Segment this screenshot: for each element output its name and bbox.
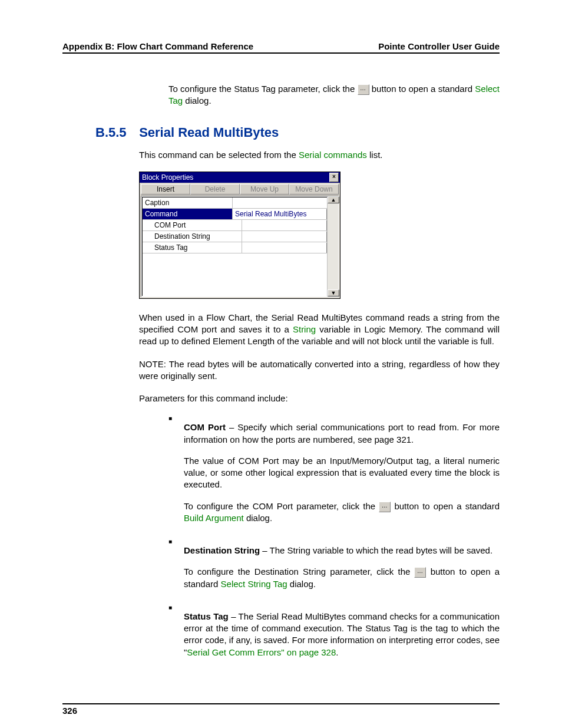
ellipsis-icon: … [379,502,391,512]
param-destination: ■ Destination String – The String variab… [168,536,500,599]
move-up-button[interactable]: Move Up [240,184,289,195]
bullet-icon: ■ [168,413,184,533]
header-left: Appendix B: Flow Chart Command Reference [62,41,253,51]
dialog-toolbar: Insert Delete Move Up Move Down [140,183,340,196]
section-title: Serial Read MultiBytes [139,125,279,140]
serial-get-comm-errors-link[interactable]: Serial Get Comm Errors" on page 328 [187,647,336,657]
select-string-tag-link[interactable]: Select String Tag [221,579,287,589]
intro-paragraph: To configure the Status Tag parameter, c… [168,83,500,107]
section-number: B.5.5 [95,125,135,140]
build-argument-link[interactable]: Build Argument [184,513,244,523]
page-footer: 326 [62,703,500,716]
row-destination[interactable]: Destination String … [143,231,338,242]
dialog-titlebar: Block Properties × [140,172,340,183]
bullet-icon: ■ [168,602,184,668]
row-command[interactable]: Command Serial Read MultiBytes … [143,209,338,220]
page-header: Appendix B: Flow Chart Command Reference… [62,41,500,54]
header-right: Pointe Controller User Guide [378,41,500,51]
serial-commands-link[interactable]: Serial commands [299,150,367,160]
scroll-down-icon[interactable]: ▼ [328,289,339,297]
block-properties-dialog: Block Properties × Insert Delete Move Up… [139,172,340,299]
dialog-title: Block Properties [142,173,193,182]
note-paragraph: NOTE: The read bytes will be automatical… [139,358,500,383]
param-comport: ■ COM Port – Specify which serial commun… [168,413,500,533]
move-down-button[interactable]: Move Down [289,184,339,195]
row-status[interactable]: Status Tag … [143,242,338,253]
close-icon[interactable]: × [329,173,339,182]
row-comport[interactable]: COM Port … [143,220,338,231]
delete-button[interactable]: Delete [190,184,240,195]
params-lead: Parameters for this command include: [139,393,500,404]
insert-button[interactable]: Insert [141,184,190,195]
scroll-up-icon[interactable]: ▲ [328,196,339,203]
scrollbar[interactable]: ▲ ▼ [327,196,338,297]
ellipsis-icon: … [414,567,426,578]
bullet-icon: ■ [168,536,184,599]
ellipsis-icon: … [358,84,369,95]
section-heading: B.5.5 Serial Read MultiBytes [95,125,500,140]
lead-paragraph: This command can be selected from the Se… [139,149,500,161]
property-grid: Caption Command Serial Read MultiBytes …… [141,196,339,297]
string-link[interactable]: String [293,324,316,334]
page-number: 326 [62,706,77,716]
row-caption[interactable]: Caption [143,197,338,209]
body-paragraph-1: When used in a Flow Chart, the Serial Re… [139,312,500,348]
param-status: ■ Status Tag – The Serial Read MultiByte… [168,602,500,668]
